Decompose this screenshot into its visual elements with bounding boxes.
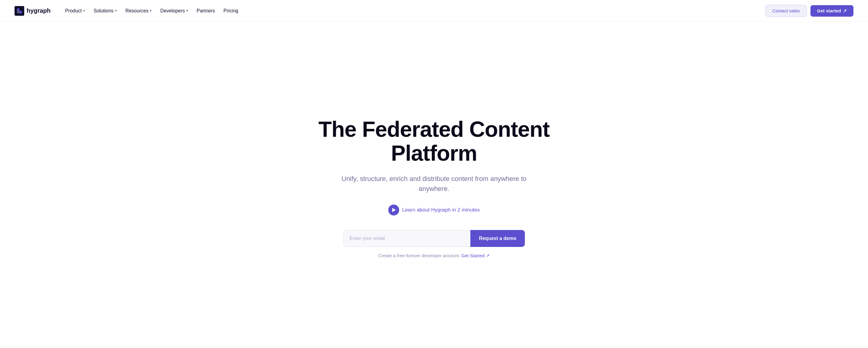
nav-left: hygraph Product ▾ Solutions ▾ Resources … xyxy=(14,6,242,16)
hero-subtitle: Unify, structure, enrich and distribute … xyxy=(331,174,537,194)
chevron-down-icon: ▾ xyxy=(83,9,85,13)
nav-resources[interactable]: Resources ▾ xyxy=(122,6,155,16)
nav-partners[interactable]: Partners xyxy=(193,6,218,16)
play-icon xyxy=(388,205,399,215)
nav-pricing[interactable]: Pricing xyxy=(220,6,242,16)
logo[interactable]: hygraph xyxy=(14,6,51,16)
video-link[interactable]: Learn about Hygraph in 2 minutes xyxy=(388,205,480,215)
video-link-text: Learn about Hygraph in 2 minutes xyxy=(402,207,480,213)
navbar: hygraph Product ▾ Solutions ▾ Resources … xyxy=(0,0,868,22)
hero-section: The Federated Content Platform Unify, st… xyxy=(0,22,868,348)
logo-text: hygraph xyxy=(27,7,51,14)
hero-title: The Federated Content Platform xyxy=(298,117,570,165)
get-started-button[interactable]: Get started ↗ xyxy=(810,5,854,16)
logo-icon xyxy=(14,6,24,16)
nav-solutions[interactable]: Solutions ▾ xyxy=(90,6,121,16)
chevron-down-icon: ▾ xyxy=(186,9,188,13)
chevron-down-icon: ▾ xyxy=(115,9,117,13)
chevron-down-icon: ▾ xyxy=(150,9,152,13)
arrow-icon: ↗ xyxy=(843,8,847,13)
hero-footer-static: Create a free-forever developer account. xyxy=(378,253,460,258)
contact-sales-button[interactable]: Contact sales xyxy=(765,5,807,16)
hero-footer-link[interactable]: Get Started ↗ xyxy=(461,253,490,258)
nav-developers[interactable]: Developers ▾ xyxy=(157,6,192,16)
hero-footer: Create a free-forever developer account.… xyxy=(378,253,490,258)
nav-links: Product ▾ Solutions ▾ Resources ▾ Develo… xyxy=(61,6,242,16)
nav-product[interactable]: Product ▾ xyxy=(61,6,89,16)
nav-right: Contact sales Get started ↗ xyxy=(765,5,854,16)
request-demo-button[interactable]: Request a demo xyxy=(470,230,525,247)
email-input[interactable] xyxy=(343,230,470,247)
hero-form: Request a demo xyxy=(343,230,525,247)
